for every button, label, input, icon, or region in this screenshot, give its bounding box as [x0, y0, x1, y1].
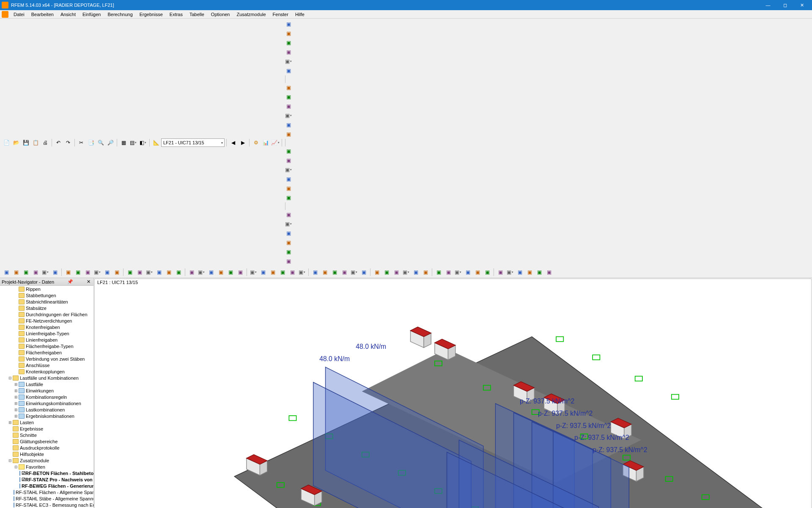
tree-item-8[interactable]: Linienfreigaben: [0, 337, 93, 343]
tb1-btn-3[interactable]: ▣: [284, 47, 293, 57]
grid-button[interactable]: ▦: [119, 138, 128, 147]
copy-button[interactable]: 📑: [86, 138, 96, 147]
tb1-btn-2[interactable]: ▣: [284, 38, 293, 47]
tree-item-0[interactable]: Rippen: [0, 286, 93, 292]
tb2-btn-36[interactable]: ▣: [372, 268, 381, 277]
tb2-btn-26[interactable]: ▣: [268, 268, 277, 277]
tree-item-14[interactable]: ⊟Lastfälle und Kombinationen: [0, 375, 93, 381]
tree-item-33[interactable]: RF-STAHL Stäbe - Allgemeine Spannungsan: [0, 495, 93, 502]
tb2-btn-20[interactable]: ▣: [206, 268, 216, 277]
tb2-btn-45[interactable]: ▣: [463, 268, 472, 277]
next-lc-button[interactable]: ▶: [238, 138, 247, 147]
tree-item-34[interactable]: RF-STAHL EC3 - Bemessung nach Eurocode: [0, 502, 93, 508]
tree-item-4[interactable]: Durchdringungen der Flächen: [0, 311, 93, 318]
tb2-btn-23[interactable]: ▣: [236, 268, 245, 277]
tb2-btn-7[interactable]: ▣: [73, 268, 82, 277]
tb2-btn-14[interactable]: ▣: [145, 268, 154, 277]
tree-item-9[interactable]: Flächenfreigabe-Typen: [0, 343, 93, 349]
tb2-btn-27[interactable]: ▣: [278, 268, 287, 277]
tree-item-12[interactable]: Anschlüsse: [0, 362, 93, 368]
tb2-btn-17[interactable]: ▣: [174, 268, 183, 277]
tb2-btn-16[interactable]: ▣: [164, 268, 173, 277]
tb2-btn-1[interactable]: ▣: [11, 268, 21, 277]
tb1-btn-10[interactable]: ▣: [284, 120, 293, 130]
tb2-btn-10[interactable]: ▣: [102, 268, 112, 277]
tb2-btn-39[interactable]: ▣: [401, 268, 411, 277]
menu-extras[interactable]: Extras: [166, 11, 186, 18]
tree-item-27[interactable]: ⊟Zusatzmodule: [0, 457, 93, 464]
tb2-btn-52[interactable]: ▣: [535, 268, 544, 277]
tb1-btn-12[interactable]: ▣: [284, 146, 293, 156]
tree-item-16[interactable]: ⊞Einwirkungen: [0, 387, 93, 394]
navigator-pin-icon[interactable]: 📌: [67, 279, 73, 284]
close-button[interactable]: ✕: [793, 0, 810, 10]
tb1-btn-7[interactable]: ▣: [284, 92, 293, 102]
zoom-button[interactable]: 🔎: [106, 138, 115, 147]
display-button[interactable]: ▤: [129, 138, 138, 147]
res2-button[interactable]: 📈: [271, 138, 280, 147]
open-button[interactable]: 📂: [11, 138, 21, 147]
tree-item-29[interactable]: ☑ RF-BETON Flächen - Stahlbetonbemessung: [0, 470, 93, 476]
tree-item-6[interactable]: Knotenfreigaben: [0, 324, 93, 330]
minimize-button[interactable]: —: [760, 0, 776, 10]
tb2-btn-42[interactable]: ▣: [434, 268, 443, 277]
tb2-btn-22[interactable]: ▣: [226, 268, 235, 277]
tb1-btn-16[interactable]: ▣: [284, 184, 293, 193]
tb2-btn-38[interactable]: ▣: [392, 268, 401, 277]
tb2-btn-25[interactable]: ▣: [258, 268, 268, 277]
calc-button[interactable]: ⚙: [251, 138, 261, 147]
tb1-btn-21[interactable]: ▣: [284, 238, 293, 247]
tb2-btn-24[interactable]: ▣: [249, 268, 258, 277]
tb1-btn-17[interactable]: ▣: [284, 193, 293, 202]
tree-item-10[interactable]: Flächenfreigaben: [0, 349, 93, 356]
tree-item-15[interactable]: ⊞Lastfälle: [0, 381, 93, 387]
tree-item-2[interactable]: Stabnichtlinearitäten: [0, 298, 93, 305]
tb2-btn-12[interactable]: ▣: [125, 268, 134, 277]
tb2-btn-51[interactable]: ▣: [525, 268, 534, 277]
tree-item-19[interactable]: ⊞Lastkombinationen: [0, 406, 93, 413]
loadcase-combo[interactable]: LF21 - UIC71 13/15: [161, 138, 225, 147]
tb2-btn-49[interactable]: ▣: [505, 268, 515, 277]
tb2-btn-8[interactable]: ▣: [83, 268, 92, 277]
tb2-btn-34[interactable]: ▣: [349, 268, 359, 277]
tb1-btn-0[interactable]: ▣: [284, 19, 293, 29]
viewport[interactable]: LF21 : UIC71 13/15 48.0 kN/m48.0 kN/mp-Z…: [94, 279, 812, 508]
menu-bearbeiten[interactable]: Bearbeiten: [28, 11, 57, 18]
menu-ansicht[interactable]: Ansicht: [57, 11, 79, 18]
tb2-btn-47[interactable]: ▣: [483, 268, 492, 277]
tree-item-24[interactable]: Glättungsbereiche: [0, 438, 93, 444]
tree-item-13[interactable]: Knotenkopplungen: [0, 368, 93, 375]
print-button[interactable]: 🖨: [41, 138, 50, 147]
tb1-btn-13[interactable]: ▣: [284, 156, 293, 165]
tb2-btn-44[interactable]: ▣: [453, 268, 463, 277]
tb2-btn-46[interactable]: ▣: [473, 268, 482, 277]
tree-item-1[interactable]: Stabbettungen: [0, 292, 93, 298]
tb2-btn-40[interactable]: ▣: [411, 268, 420, 277]
menu-fenster[interactable]: Fenster: [269, 11, 292, 18]
tree-item-22[interactable]: Ergebnisse: [0, 425, 93, 432]
tree-item-26[interactable]: Hilfsobjekte: [0, 451, 93, 457]
tb1-btn-23[interactable]: ▣: [284, 257, 293, 266]
menu-hilfe[interactable]: Hilfe: [292, 11, 308, 18]
tb2-btn-3[interactable]: ▣: [31, 268, 40, 277]
tb1-btn-1[interactable]: ▣: [284, 29, 293, 38]
tb2-btn-41[interactable]: ▣: [421, 268, 430, 277]
tree-item-11[interactable]: Verbindung von zwei Stäben: [0, 356, 93, 362]
tb1-btn-22[interactable]: ▣: [284, 247, 293, 257]
tree-item-21[interactable]: ⊞Lasten: [0, 419, 93, 425]
tb2-btn-19[interactable]: ▣: [197, 268, 206, 277]
tb2-btn-37[interactable]: ▣: [382, 268, 391, 277]
tb1-btn-15[interactable]: ▣: [284, 174, 293, 184]
tree-item-17[interactable]: ⊞Kombinationsregeln: [0, 394, 93, 400]
model-canvas[interactable]: 48.0 kN/m48.0 kN/mp-Z: 937.5 kN/m^2p-Z: …: [95, 279, 811, 508]
tree-item-7[interactable]: Linienfreigabe-Typen: [0, 330, 93, 337]
tb1-btn-4[interactable]: ▣: [284, 57, 293, 66]
tb1-btn-11[interactable]: ▣: [284, 130, 293, 139]
tb2-btn-11[interactable]: ▣: [112, 268, 121, 277]
tb2-btn-15[interactable]: ▣: [154, 268, 164, 277]
tb1-btn-18[interactable]: ▣: [284, 210, 293, 219]
model-icon[interactable]: 📐: [151, 138, 161, 147]
save-button[interactable]: 💾: [21, 138, 30, 147]
tb2-btn-32[interactable]: ▣: [330, 268, 339, 277]
saveas-button[interactable]: 📋: [31, 138, 40, 147]
